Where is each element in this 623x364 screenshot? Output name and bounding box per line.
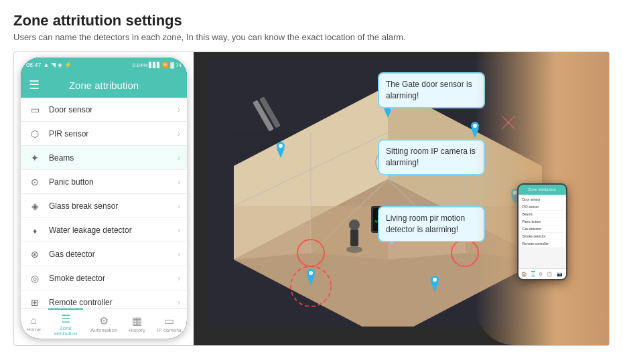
bluetooth-icon: ⚡	[64, 62, 72, 68]
page-title: Zone attritution settings	[13, 12, 610, 29]
remote-controller-arrow: ›	[178, 298, 180, 307]
status-bar: 08:47 ▲ ◥ ◈ ⚡ 0.04% ▋▋▋ 🛜 ▓ 74	[21, 58, 187, 72]
door-sensor-label: Door sensor	[49, 105, 178, 114]
page-subtitle: Users can name the detectors in each zon…	[13, 32, 610, 42]
phone-mockup: 08:47 ▲ ◥ ◈ ⚡ 0.04% ▋▋▋ 🛜 ▓ 74 ☰ Zone at…	[21, 58, 187, 339]
beams-label: Beams	[49, 153, 178, 163]
speech-bubble-3: Living room pir motion detector is alarm…	[378, 206, 485, 242]
content-area: 08:47 ▲ ◥ ◈ ⚡ 0.04% ▋▋▋ 🛜 ▓ 74 ☰ Zone at…	[13, 52, 610, 346]
speech-bubble-2: Sitting room IP camera is alarming!	[378, 139, 485, 175]
hamburger-menu-icon[interactable]: ☰	[29, 78, 40, 92]
phone-list: ▭Door sensor›⬡PIR sensor›✦Beams›⊙Panic b…	[21, 98, 187, 308]
history-nav-label: History	[129, 328, 145, 333]
list-item-beams[interactable]: ✦Beams›	[21, 146, 187, 170]
nav-item-ip-camera[interactable]: ▭IP camera	[153, 312, 185, 336]
svg-point-16	[349, 219, 360, 230]
panic-button-icon: ⊙	[27, 175, 42, 189]
smoke-detector-label: Smoke detector	[49, 274, 178, 283]
panic-button-label: Panic button	[49, 177, 178, 187]
svg-point-14	[346, 246, 362, 253]
water-leakage-arrow: ›	[178, 225, 180, 235]
water-leakage-icon: ⬧	[27, 223, 42, 238]
location-icon: ◈	[58, 62, 62, 68]
svg-point-44	[433, 278, 437, 282]
glass-break-icon: ◈	[27, 199, 42, 213]
battery-icon: ▓	[170, 62, 174, 68]
nav-item-home[interactable]: ⌂Home	[23, 312, 45, 335]
status-left: 08:47 ▲ ◥ ◈ ⚡	[26, 62, 72, 68]
speech-bubble-1: The Gate door sensor is alarming!	[378, 72, 485, 108]
right-area: ■■■ ARMED	[194, 52, 609, 345]
nav-item-zone-attribution[interactable]: ☰Zone attribution	[48, 308, 83, 339]
svg-point-29	[279, 144, 283, 148]
automation-nav-icon: ⚙	[99, 314, 109, 327]
home-nav-label: Home	[27, 327, 41, 333]
zone-attribution-nav-label: Zone attribution	[52, 326, 79, 337]
beams-icon: ✦	[27, 151, 42, 165]
nav-item-automation[interactable]: ⚙Automation	[86, 312, 121, 336]
home-nav-icon: ⌂	[30, 314, 37, 327]
door-sensor-arrow: ›	[178, 105, 180, 114]
phone-in-hand: Zone attribution Door sensor PIR sensor …	[488, 91, 609, 345]
list-item-water-leakage[interactable]: ⬧Water leakage detector›	[21, 218, 187, 242]
gas-detector-icon: ⊛	[27, 247, 42, 262]
svg-rect-15	[350, 230, 358, 246]
nav-item-history[interactable]: ▦History	[125, 312, 149, 336]
smoke-detector-arrow: ›	[178, 274, 180, 283]
time-display: 08:47	[26, 62, 42, 68]
signal-bars-icon: ▋▋▋	[149, 62, 161, 68]
wifi-status-icon: 🛜	[162, 62, 169, 68]
list-item-pir-sensor[interactable]: ⬡PIR sensor›	[21, 122, 187, 146]
remote-controller-label: Remote controller	[49, 298, 178, 307]
glass-break-label: Glass break sensor	[49, 201, 178, 211]
status-right: 0.04% ▋▋▋ 🛜 ▓ 74	[133, 62, 182, 68]
history-nav-icon: ▦	[132, 314, 142, 327]
door-sensor-icon: ▭	[27, 102, 42, 117]
list-item-door-sensor[interactable]: ▭Door sensor›	[21, 98, 187, 122]
battery-pct: 0.04%	[133, 62, 148, 68]
phone-header: ☰ Zone attribution	[21, 72, 187, 98]
list-item-panic-button[interactable]: ⊙Panic button›	[21, 170, 187, 194]
gas-detector-label: Gas detector	[49, 250, 178, 259]
ip-camera-nav-icon: ▭	[164, 314, 174, 327]
smoke-detector-icon: ◎	[27, 271, 42, 286]
ip-camera-nav-label: IP camera	[157, 328, 181, 333]
page-container: Zone attritution settings Users can name…	[0, 0, 623, 364]
signal-icon: ◥	[51, 62, 56, 68]
beams-arrow: ›	[178, 153, 180, 163]
list-item-gas-detector[interactable]: ⊛Gas detector›	[21, 242, 187, 266]
remote-controller-icon: ⊞	[27, 295, 42, 308]
pir-sensor-label: PIR sensor	[49, 129, 178, 139]
panic-button-arrow: ›	[178, 177, 180, 187]
wifi-icon: ▲	[44, 62, 50, 68]
water-leakage-label: Water leakage detector	[49, 225, 178, 235]
list-item-smoke-detector[interactable]: ◎Smoke detector›	[21, 266, 187, 290]
pir-sensor-arrow: ›	[178, 129, 180, 139]
zone-attribution-nav-icon: ☰	[61, 312, 70, 325]
svg-point-41	[309, 271, 313, 275]
bottom-nav: ⌂Home☰Zone attribution⚙Automation▦Histor…	[21, 308, 187, 339]
header-title: Zone attribution	[69, 80, 139, 91]
list-item-remote-controller[interactable]: ⊞Remote controller›	[21, 290, 187, 308]
pir-sensor-icon: ⬡	[27, 126, 42, 141]
svg-marker-10	[234, 206, 311, 260]
battery-level: 74	[176, 62, 182, 68]
gas-detector-arrow: ›	[178, 250, 180, 259]
glass-break-arrow: ›	[178, 201, 180, 211]
automation-nav-label: Automation	[90, 328, 117, 333]
list-item-glass-break[interactable]: ◈Glass break sensor›	[21, 194, 187, 218]
